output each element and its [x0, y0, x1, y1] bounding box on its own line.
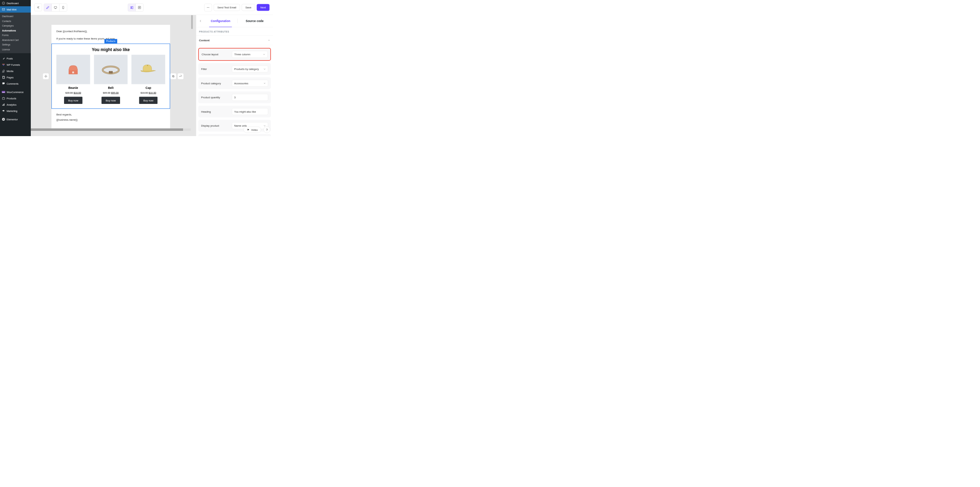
sidebar-sub-campaigns[interactable]: Campaigns — [0, 24, 31, 29]
topbar: Send Test Email Save Next — [31, 0, 273, 15]
sidebar-woocommerce[interactable]: woo WooCommerce — [0, 89, 31, 95]
svg-rect-17 — [3, 119, 3, 120]
undo-button[interactable] — [177, 73, 184, 79]
email-greeting: Dear {{contact.firstName}}, — [56, 29, 165, 33]
vertical-scrollbar[interactable] — [191, 15, 193, 29]
svg-rect-15 — [4, 111, 4, 111]
products-heading: You might also like — [56, 47, 165, 52]
more-options-button[interactable] — [204, 3, 212, 11]
sidebar-wpfunnels[interactable]: WP Funnels — [0, 62, 31, 68]
panel-section-title: PRODUCTS ATTRIBUTES — [196, 27, 274, 36]
product-card: Belt $65.00$55.00 Buy now — [94, 55, 127, 104]
content-area: Dear {{contact.firstName}}, If you're re… — [31, 15, 273, 136]
canvas-wrap: Dear {{contact.firstName}}, If you're re… — [31, 15, 196, 136]
funnel-icon — [2, 63, 5, 67]
sidebar-pages[interactable]: Pages — [0, 74, 31, 81]
save-button[interactable]: Save — [242, 4, 255, 11]
mobile-view-button[interactable] — [59, 3, 67, 11]
svg-point-42 — [147, 65, 148, 66]
email-canvas[interactable]: Dear {{contact.firstName}}, If you're re… — [51, 25, 170, 128]
page-icon — [2, 76, 5, 79]
layout-select[interactable]: Three column — [232, 51, 268, 58]
product-image — [132, 55, 165, 84]
svg-point-23 — [63, 8, 64, 9]
desktop-view-button[interactable] — [52, 3, 59, 11]
sidebar-sub-dashboard[interactable]: Dashboard — [0, 14, 31, 19]
svg-rect-35 — [72, 71, 74, 73]
sidebar-media[interactable]: Media — [0, 68, 31, 74]
sidebar-comments[interactable]: Comments — [0, 81, 31, 87]
sidebar-posts[interactable]: Posts — [0, 55, 31, 62]
help-button[interactable]: ? — [264, 126, 270, 133]
next-button[interactable]: Next — [257, 4, 269, 11]
woo-icon: woo — [2, 90, 5, 94]
tab-source-code[interactable]: Source code — [238, 17, 272, 24]
svg-rect-19 — [3, 119, 4, 120]
heading-input[interactable]: You might also like — [232, 108, 268, 115]
buy-button[interactable]: Buy now — [102, 97, 120, 104]
duplicate-button[interactable] — [170, 73, 177, 79]
sidebar-sub-forms[interactable]: Forms — [0, 33, 31, 38]
svg-rect-32 — [172, 75, 173, 77]
field-button-text: Button text Buy now — [199, 134, 271, 136]
svg-rect-13 — [3, 104, 3, 106]
sidebar-sub-automations[interactable]: Automations — [0, 29, 31, 33]
panel-back-button[interactable] — [198, 18, 204, 24]
quantity-input[interactable]: 3 — [232, 94, 268, 101]
sidebar-products-label: Products — [6, 97, 16, 100]
chevron-down-icon — [263, 53, 265, 56]
move-handle[interactable] — [43, 73, 49, 79]
svg-rect-11 — [2, 98, 5, 99]
horizontal-scrollbar[interactable] — [31, 128, 191, 131]
tab-configuration[interactable]: Configuration — [204, 17, 238, 24]
product-name: Beanie — [56, 86, 90, 90]
field-quantity-label: Product quantity — [201, 96, 232, 99]
sidebar-elementor[interactable]: Elementor — [0, 116, 31, 122]
sidebar-media-label: Media — [6, 70, 13, 72]
sidebar-sub-contacts[interactable]: Contacts — [0, 19, 31, 24]
block-editor-button[interactable] — [128, 3, 136, 11]
product-image — [56, 55, 90, 84]
sidebar-marketing[interactable]: Marketing — [0, 108, 31, 114]
box-icon — [2, 97, 5, 100]
sidebar-submenu: Dashboard Contacts Campaigns Automations… — [0, 13, 31, 53]
sidebar-sub-abandoned[interactable]: Abandoned Cart — [0, 38, 31, 43]
field-category: Product category Accessories — [199, 77, 271, 89]
product-price: $65.00$55.00 — [94, 92, 127, 94]
svg-point-31 — [208, 7, 209, 8]
products-block[interactable]: Products You might also like — [51, 44, 170, 109]
sidebar-elementor-label: Elementor — [6, 118, 18, 121]
sidebar-sub-licence[interactable]: Licence — [0, 47, 31, 52]
content-accordion-header[interactable]: Content — [196, 36, 274, 46]
svg-rect-24 — [130, 6, 132, 7]
product-name: Belt — [94, 86, 127, 90]
sidebar-dashboard[interactable]: Dashboard — [0, 0, 31, 6]
svg-rect-38 — [109, 71, 113, 73]
media-icon — [2, 69, 5, 73]
svg-rect-5 — [3, 65, 4, 65]
send-test-button[interactable]: Send Test Email — [213, 4, 240, 11]
collapse-button[interactable] — [34, 3, 42, 11]
sidebar-sub-settings[interactable]: Settings — [0, 42, 31, 47]
chevron-up-icon — [268, 39, 270, 42]
edit-mode-button[interactable] — [44, 3, 52, 11]
main-area: Send Test Email Save Next Dear {{contact… — [31, 0, 273, 136]
text-editor-button[interactable] — [136, 3, 143, 11]
filter-select[interactable]: Products by category — [232, 66, 268, 73]
svg-point-6 — [3, 70, 5, 72]
video-button[interactable]: Video — [243, 127, 261, 133]
sidebar-products[interactable]: Products — [0, 95, 31, 102]
sidebar-mailmint-label: Mail Mint — [6, 8, 16, 11]
sidebar-mailmint[interactable]: Mail Mint — [0, 6, 31, 13]
buy-button[interactable]: Buy now — [139, 97, 158, 104]
svg-rect-26 — [130, 8, 132, 9]
buy-button[interactable]: Buy now — [64, 97, 83, 104]
svg-rect-2 — [2, 8, 5, 10]
field-display-label: Display product — [201, 124, 232, 127]
megaphone-icon — [2, 109, 5, 113]
sidebar-analytics[interactable]: Analytics — [0, 102, 31, 108]
products-block-tag: Products — [104, 39, 117, 44]
category-select[interactable]: Accessories — [232, 80, 268, 87]
admin-sidebar: Dashboard Mail Mint Dashboard Contacts C… — [0, 0, 31, 136]
svg-text:woo: woo — [2, 92, 5, 93]
